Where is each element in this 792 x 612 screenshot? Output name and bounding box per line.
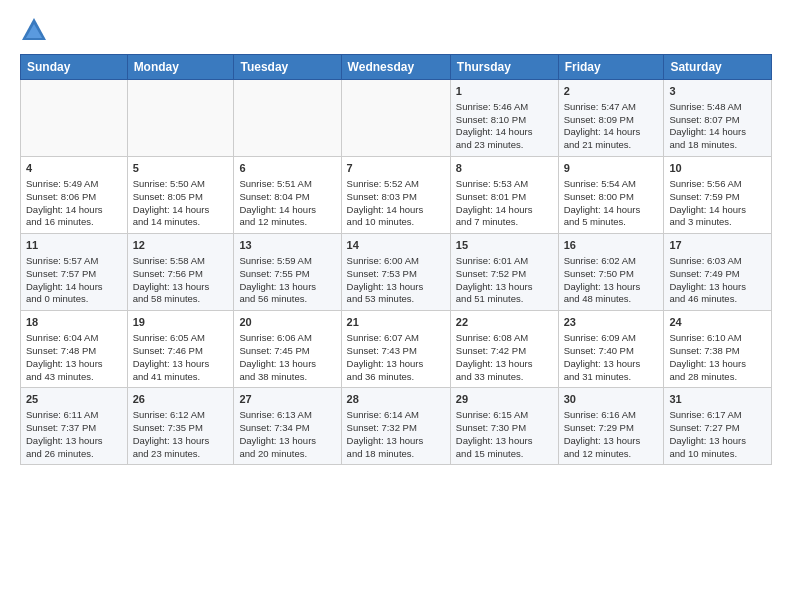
day-number: 21 — [347, 315, 445, 330]
calendar-cell: 26Sunrise: 6:12 AM Sunset: 7:35 PM Dayli… — [127, 388, 234, 465]
week-row-4: 18Sunrise: 6:04 AM Sunset: 7:48 PM Dayli… — [21, 311, 772, 388]
calendar-cell: 6Sunrise: 5:51 AM Sunset: 8:04 PM Daylig… — [234, 157, 341, 234]
day-info: Sunrise: 5:52 AM Sunset: 8:03 PM Dayligh… — [347, 178, 445, 229]
day-number: 9 — [564, 161, 659, 176]
calendar-cell: 9Sunrise: 5:54 AM Sunset: 8:00 PM Daylig… — [558, 157, 664, 234]
day-number: 19 — [133, 315, 229, 330]
calendar-cell: 16Sunrise: 6:02 AM Sunset: 7:50 PM Dayli… — [558, 234, 664, 311]
day-info: Sunrise: 6:12 AM Sunset: 7:35 PM Dayligh… — [133, 409, 229, 460]
day-info: Sunrise: 5:49 AM Sunset: 8:06 PM Dayligh… — [26, 178, 122, 229]
calendar: SundayMondayTuesdayWednesdayThursdayFrid… — [20, 54, 772, 465]
header — [20, 16, 772, 44]
day-number: 8 — [456, 161, 553, 176]
day-number: 3 — [669, 84, 766, 99]
week-row-3: 11Sunrise: 5:57 AM Sunset: 7:57 PM Dayli… — [21, 234, 772, 311]
calendar-cell: 8Sunrise: 5:53 AM Sunset: 8:01 PM Daylig… — [450, 157, 558, 234]
calendar-cell: 14Sunrise: 6:00 AM Sunset: 7:53 PM Dayli… — [341, 234, 450, 311]
day-number: 10 — [669, 161, 766, 176]
day-info: Sunrise: 6:04 AM Sunset: 7:48 PM Dayligh… — [26, 332, 122, 383]
day-info: Sunrise: 5:48 AM Sunset: 8:07 PM Dayligh… — [669, 101, 766, 152]
day-number: 30 — [564, 392, 659, 407]
calendar-cell: 19Sunrise: 6:05 AM Sunset: 7:46 PM Dayli… — [127, 311, 234, 388]
day-number: 29 — [456, 392, 553, 407]
day-number: 6 — [239, 161, 335, 176]
calendar-cell: 28Sunrise: 6:14 AM Sunset: 7:32 PM Dayli… — [341, 388, 450, 465]
day-info: Sunrise: 6:06 AM Sunset: 7:45 PM Dayligh… — [239, 332, 335, 383]
day-header-wednesday: Wednesday — [341, 55, 450, 80]
day-info: Sunrise: 6:17 AM Sunset: 7:27 PM Dayligh… — [669, 409, 766, 460]
day-number: 4 — [26, 161, 122, 176]
day-number: 27 — [239, 392, 335, 407]
day-info: Sunrise: 6:13 AM Sunset: 7:34 PM Dayligh… — [239, 409, 335, 460]
day-number: 20 — [239, 315, 335, 330]
day-number: 1 — [456, 84, 553, 99]
calendar-cell: 17Sunrise: 6:03 AM Sunset: 7:49 PM Dayli… — [664, 234, 772, 311]
calendar-cell: 23Sunrise: 6:09 AM Sunset: 7:40 PM Dayli… — [558, 311, 664, 388]
day-number: 24 — [669, 315, 766, 330]
day-info: Sunrise: 5:46 AM Sunset: 8:10 PM Dayligh… — [456, 101, 553, 152]
day-header-sunday: Sunday — [21, 55, 128, 80]
day-info: Sunrise: 6:05 AM Sunset: 7:46 PM Dayligh… — [133, 332, 229, 383]
calendar-cell: 1Sunrise: 5:46 AM Sunset: 8:10 PM Daylig… — [450, 80, 558, 157]
day-number: 28 — [347, 392, 445, 407]
calendar-cell: 18Sunrise: 6:04 AM Sunset: 7:48 PM Dayli… — [21, 311, 128, 388]
day-info: Sunrise: 6:09 AM Sunset: 7:40 PM Dayligh… — [564, 332, 659, 383]
day-info: Sunrise: 5:47 AM Sunset: 8:09 PM Dayligh… — [564, 101, 659, 152]
day-number: 14 — [347, 238, 445, 253]
calendar-cell: 29Sunrise: 6:15 AM Sunset: 7:30 PM Dayli… — [450, 388, 558, 465]
calendar-header: SundayMondayTuesdayWednesdayThursdayFrid… — [21, 55, 772, 80]
calendar-cell — [21, 80, 128, 157]
day-info: Sunrise: 6:02 AM Sunset: 7:50 PM Dayligh… — [564, 255, 659, 306]
week-row-2: 4Sunrise: 5:49 AM Sunset: 8:06 PM Daylig… — [21, 157, 772, 234]
day-info: Sunrise: 6:01 AM Sunset: 7:52 PM Dayligh… — [456, 255, 553, 306]
day-info: Sunrise: 5:59 AM Sunset: 7:55 PM Dayligh… — [239, 255, 335, 306]
day-info: Sunrise: 6:07 AM Sunset: 7:43 PM Dayligh… — [347, 332, 445, 383]
day-header-friday: Friday — [558, 55, 664, 80]
day-info: Sunrise: 6:11 AM Sunset: 7:37 PM Dayligh… — [26, 409, 122, 460]
day-header-thursday: Thursday — [450, 55, 558, 80]
day-number: 31 — [669, 392, 766, 407]
day-info: Sunrise: 6:16 AM Sunset: 7:29 PM Dayligh… — [564, 409, 659, 460]
day-info: Sunrise: 6:03 AM Sunset: 7:49 PM Dayligh… — [669, 255, 766, 306]
calendar-cell: 22Sunrise: 6:08 AM Sunset: 7:42 PM Dayli… — [450, 311, 558, 388]
day-info: Sunrise: 5:56 AM Sunset: 7:59 PM Dayligh… — [669, 178, 766, 229]
calendar-cell — [341, 80, 450, 157]
day-info: Sunrise: 6:00 AM Sunset: 7:53 PM Dayligh… — [347, 255, 445, 306]
day-number: 16 — [564, 238, 659, 253]
day-header-saturday: Saturday — [664, 55, 772, 80]
day-header-tuesday: Tuesday — [234, 55, 341, 80]
day-info: Sunrise: 5:54 AM Sunset: 8:00 PM Dayligh… — [564, 178, 659, 229]
calendar-cell — [234, 80, 341, 157]
calendar-cell: 13Sunrise: 5:59 AM Sunset: 7:55 PM Dayli… — [234, 234, 341, 311]
day-header-monday: Monday — [127, 55, 234, 80]
calendar-cell: 5Sunrise: 5:50 AM Sunset: 8:05 PM Daylig… — [127, 157, 234, 234]
calendar-cell: 20Sunrise: 6:06 AM Sunset: 7:45 PM Dayli… — [234, 311, 341, 388]
day-info: Sunrise: 5:57 AM Sunset: 7:57 PM Dayligh… — [26, 255, 122, 306]
day-number: 22 — [456, 315, 553, 330]
day-number: 12 — [133, 238, 229, 253]
week-row-1: 1Sunrise: 5:46 AM Sunset: 8:10 PM Daylig… — [21, 80, 772, 157]
calendar-cell: 27Sunrise: 6:13 AM Sunset: 7:34 PM Dayli… — [234, 388, 341, 465]
day-info: Sunrise: 6:14 AM Sunset: 7:32 PM Dayligh… — [347, 409, 445, 460]
calendar-cell: 25Sunrise: 6:11 AM Sunset: 7:37 PM Dayli… — [21, 388, 128, 465]
day-number: 15 — [456, 238, 553, 253]
calendar-cell: 3Sunrise: 5:48 AM Sunset: 8:07 PM Daylig… — [664, 80, 772, 157]
day-info: Sunrise: 5:53 AM Sunset: 8:01 PM Dayligh… — [456, 178, 553, 229]
day-number: 11 — [26, 238, 122, 253]
day-number: 5 — [133, 161, 229, 176]
day-number: 23 — [564, 315, 659, 330]
day-info: Sunrise: 6:10 AM Sunset: 7:38 PM Dayligh… — [669, 332, 766, 383]
day-number: 18 — [26, 315, 122, 330]
logo-icon — [20, 16, 48, 44]
week-row-5: 25Sunrise: 6:11 AM Sunset: 7:37 PM Dayli… — [21, 388, 772, 465]
calendar-cell — [127, 80, 234, 157]
day-number: 7 — [347, 161, 445, 176]
day-number: 2 — [564, 84, 659, 99]
calendar-cell: 30Sunrise: 6:16 AM Sunset: 7:29 PM Dayli… — [558, 388, 664, 465]
logo — [20, 16, 52, 44]
calendar-cell: 10Sunrise: 5:56 AM Sunset: 7:59 PM Dayli… — [664, 157, 772, 234]
calendar-cell: 11Sunrise: 5:57 AM Sunset: 7:57 PM Dayli… — [21, 234, 128, 311]
calendar-cell: 24Sunrise: 6:10 AM Sunset: 7:38 PM Dayli… — [664, 311, 772, 388]
calendar-cell: 12Sunrise: 5:58 AM Sunset: 7:56 PM Dayli… — [127, 234, 234, 311]
day-number: 25 — [26, 392, 122, 407]
